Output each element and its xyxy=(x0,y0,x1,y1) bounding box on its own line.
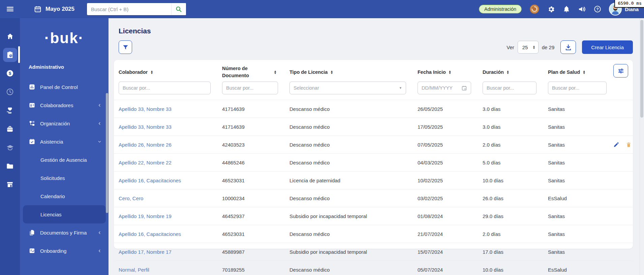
benefits-briefcase-icon[interactable] xyxy=(0,120,20,138)
row-duracion: 2.0 días xyxy=(478,142,543,148)
column-header-colaborador[interactable]: Colaborador ▲▼ xyxy=(114,69,217,75)
row-plan: Sanitas xyxy=(543,142,613,148)
sidebar-item-panel-de-control[interactable]: Panel de Control xyxy=(20,78,109,96)
svg-text:?: ? xyxy=(596,7,599,11)
row-colaborador[interactable]: Normal, Perfil xyxy=(114,267,217,273)
filter-colaborador-input[interactable] xyxy=(119,82,211,94)
sidebar-item-label: Panel de Control xyxy=(40,84,78,90)
wellbeing-hand-heart-icon[interactable] xyxy=(0,101,20,120)
sidebar-item-colaboradores[interactable]: Colaboradores xyxy=(20,96,109,114)
table-row[interactable]: Apellido 22, Nombre 22 44865246 Descanso… xyxy=(114,153,633,171)
current-month-label[interactable]: Mayo 2025 xyxy=(45,6,74,12)
download-button[interactable] xyxy=(560,40,576,54)
table-row[interactable]: Normal, Perfil 70189255 Descanso médico … xyxy=(114,261,633,275)
licenses-clipboard-icon[interactable] xyxy=(0,45,20,64)
sidebar-item-documentos-y-firma[interactable]: Documentos y Firma xyxy=(20,223,109,242)
sort-icon[interactable]: ▲▼ xyxy=(330,70,333,74)
row-documento: 41714639 xyxy=(217,124,285,130)
home-icon[interactable] xyxy=(0,27,20,45)
hamburger-menu-icon[interactable] xyxy=(6,5,14,13)
documents-icon xyxy=(29,229,35,236)
filter-fecha-date-input[interactable]: DD/MM/YYYY xyxy=(418,82,471,94)
row-documento: 46523031 xyxy=(217,178,285,183)
sidebar-item-organizacion[interactable]: Organización xyxy=(20,114,109,132)
sidebar-item-asistencia[interactable]: Asistencia xyxy=(20,132,109,151)
column-header-plan[interactable]: Plan de Salud ▲▼ xyxy=(543,69,613,75)
table-row[interactable]: Apellido 17, Nombre 17 45889987 Subsidio… xyxy=(114,243,633,261)
sort-icon[interactable]: ▲▼ xyxy=(274,70,277,74)
table-row[interactable]: Apellido 26, Nombre 26 42403523 Descanso… xyxy=(114,135,633,153)
search-icon[interactable] xyxy=(171,3,186,15)
sidebar-item-onboarding[interactable]: Onboarding xyxy=(20,242,109,260)
sidebar-scrollbar[interactable] xyxy=(106,93,108,213)
row-documento: 70189255 xyxy=(217,267,285,273)
payroll-dollar-icon[interactable]: $ xyxy=(0,64,20,83)
sort-icon[interactable]: ▲▼ xyxy=(507,70,509,74)
coin-rewards-icon[interactable] xyxy=(529,4,540,14)
row-duracion: 10.0 días xyxy=(478,178,543,183)
page-scrollbar[interactable] xyxy=(640,18,644,275)
filter-button[interactable] xyxy=(119,40,132,54)
create-license-button[interactable]: Crear Licencia xyxy=(582,40,633,54)
column-header-duracion[interactable]: Duración ▲▼ xyxy=(478,69,543,75)
help-icon[interactable]: ? xyxy=(594,5,601,13)
calendar-icon[interactable] xyxy=(461,85,467,91)
sidebar-item-label: Organización xyxy=(40,121,70,126)
delete-icon[interactable] xyxy=(626,142,632,148)
row-colaborador[interactable]: Apellido 22, Nombre 22 xyxy=(114,160,217,165)
row-colaborador[interactable]: Apellido 26, Nombre 26 xyxy=(114,142,217,148)
column-header-documento[interactable]: Número de Documento ▲▼ xyxy=(217,65,285,79)
bell-icon[interactable] xyxy=(563,5,570,13)
table-row[interactable]: Apellido 16, Capacitaciones 46523031 Des… xyxy=(114,225,633,243)
time-clock-icon[interactable] xyxy=(0,83,20,101)
edit-icon[interactable] xyxy=(613,142,619,148)
table-row[interactable]: Apellido 19, Nombre 19 46452937 Subsidio… xyxy=(114,207,633,225)
sidebar-subitem-gestion-de-ausencia[interactable]: Gestión de Ausencia xyxy=(23,151,106,169)
column-settings-button[interactable] xyxy=(613,64,628,78)
files-folder-icon[interactable] xyxy=(0,157,20,175)
row-plan: Sanitas xyxy=(543,178,613,183)
global-search-input[interactable] xyxy=(87,6,171,12)
row-duracion: 3.0 días xyxy=(478,124,543,130)
filter-duracion-input[interactable] xyxy=(483,82,536,94)
training-grad-cap-icon[interactable] xyxy=(0,138,20,157)
row-tipo: Licencia de paternidad xyxy=(285,178,413,183)
filter-plan-input[interactable] xyxy=(548,82,607,94)
table-row[interactable]: Apellido 33, Nombre 33 41714639 Descanso… xyxy=(114,100,633,118)
column-header-fecha[interactable]: Fecha Inicio ▲▼ xyxy=(413,69,478,75)
sort-icon[interactable]: ▲▼ xyxy=(150,70,153,74)
table-row[interactable]: Cero, Cero 10000234 Descanso médico 03/0… xyxy=(114,189,633,207)
calendar-icon[interactable] xyxy=(34,5,41,13)
sort-icon[interactable]: ▲▼ xyxy=(583,70,585,74)
row-colaborador[interactable]: Apellido 33, Nombre 33 xyxy=(114,124,217,130)
page-size-select[interactable]: 25 ▲▼ xyxy=(518,41,539,54)
table-row[interactable]: Apellido 16, Capacitaciones 46523031 Lic… xyxy=(114,171,633,189)
sidebar-subitem-solicitudes[interactable]: Solicitudes xyxy=(23,169,106,187)
sidebar-item-label: Onboarding xyxy=(40,248,66,254)
sidebar-subitem-calendario[interactable]: Calendario xyxy=(23,187,106,205)
sort-icon[interactable]: ▲▼ xyxy=(449,70,451,74)
row-colaborador[interactable]: Apellido 16, Capacitaciones xyxy=(114,231,217,237)
row-tipo: Subsidio por incapacidad temporal xyxy=(285,213,413,219)
filter-tipo-select[interactable]: Seleccionar ▼ xyxy=(289,82,406,94)
row-documento: 42403523 xyxy=(217,142,285,148)
row-fecha: 01/08/2024 xyxy=(413,213,478,219)
row-colaborador[interactable]: Apellido 17, Nombre 17 xyxy=(114,249,217,255)
page-title: Licencias xyxy=(119,27,633,35)
table-row[interactable]: Apellido 33, Nombre 33 41714639 Descanso… xyxy=(114,118,633,135)
row-colaborador[interactable]: Apellido 16, Capacitaciones xyxy=(114,178,217,183)
sidebar-subitem-label: Gestión de Ausencia xyxy=(40,157,87,163)
row-colaborador[interactable]: Apellido 19, Nombre 19 xyxy=(114,213,217,219)
filter-documento-input[interactable] xyxy=(222,82,278,94)
gear-icon[interactable] xyxy=(547,5,555,13)
sidebar-subitem-licencias[interactable]: Licencias xyxy=(23,205,106,223)
row-colaborador[interactable]: Cero, Cero xyxy=(114,195,217,201)
sidebar-item-label: Asistencia xyxy=(40,139,63,145)
marketplace-store-icon[interactable] xyxy=(0,175,20,194)
page-scrollbar-thumb[interactable] xyxy=(640,20,643,118)
row-fecha: 03/02/2025 xyxy=(413,195,478,201)
table-body: Apellido 33, Nombre 33 41714639 Descanso… xyxy=(114,100,633,275)
megaphone-icon[interactable] xyxy=(578,5,586,13)
column-header-tipo[interactable]: Tipo de Licencia ▲▼ xyxy=(285,69,413,75)
row-colaborador[interactable]: Apellido 33, Nombre 33 xyxy=(114,106,217,112)
